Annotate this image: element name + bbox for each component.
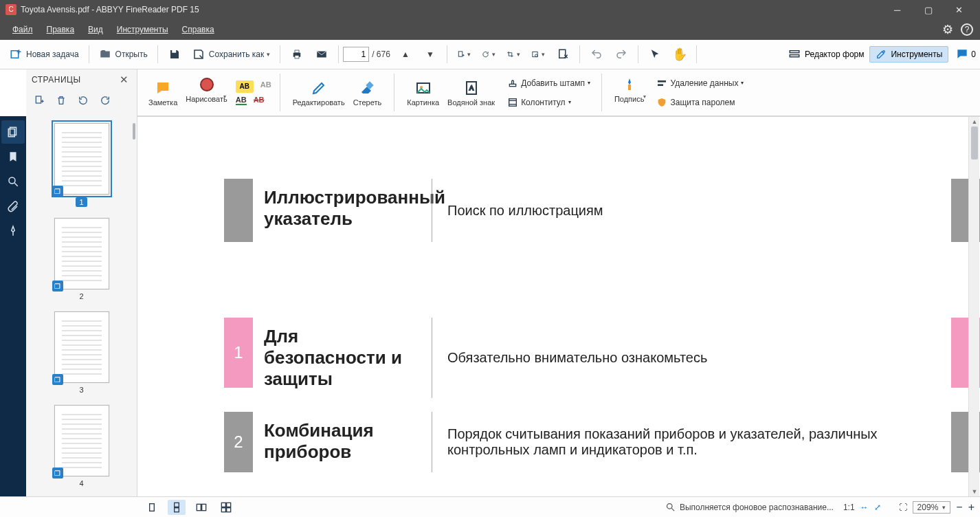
- pointer-tool[interactable]: [644, 43, 666, 65]
- svg-rect-40: [175, 507, 179, 512]
- scrollbar-thumb[interactable]: [971, 126, 978, 160]
- menu-edit[interactable]: Правка: [41, 22, 80, 37]
- zoom-select[interactable]: 209%: [913, 501, 951, 514]
- pointer-icon: [649, 48, 661, 60]
- rotate-right-icon[interactable]: [99, 94, 111, 107]
- rail-bookmarks[interactable]: [1, 145, 25, 168]
- scroll-up-icon[interactable]: ▲: [969, 117, 980, 126]
- svg-point-18: [201, 78, 213, 91]
- crop-button[interactable]: [502, 43, 524, 65]
- rail-attachments[interactable]: [1, 195, 25, 218]
- delete-page-button[interactable]: [552, 43, 574, 65]
- panel-scrollbar[interactable]: [133, 123, 135, 140]
- watermark-icon: A: [463, 79, 480, 97]
- page-number-input[interactable]: [343, 47, 369, 62]
- page-thumbnail[interactable]: ❐ 1: [26, 123, 137, 207]
- view-continuous[interactable]: [168, 500, 186, 515]
- fit-page-button[interactable]: ⤢: [874, 503, 881, 512]
- add-page-button[interactable]: [453, 43, 475, 65]
- draw-tool[interactable]: Нарисовать ▾: [181, 74, 231, 111]
- open-button[interactable]: Открыть: [95, 45, 152, 63]
- toc-row: 2 Комбинация приборов Порядок считывания…: [137, 412, 980, 472]
- save-icon: [168, 48, 181, 60]
- email-button[interactable]: [311, 43, 333, 65]
- view-two-page[interactable]: [192, 500, 210, 515]
- undo-button[interactable]: [586, 43, 608, 65]
- underline-tool[interactable]: AB: [236, 96, 247, 105]
- prev-page-button[interactable]: ▲: [394, 43, 416, 65]
- forms-icon: [788, 48, 801, 60]
- help-icon[interactable]: ?: [961, 23, 973, 36]
- menu-help[interactable]: Справка: [177, 22, 220, 37]
- svg-rect-5: [295, 56, 299, 59]
- image-tool[interactable]: Картинка: [403, 78, 443, 108]
- comments-button[interactable]: 0: [955, 47, 976, 61]
- rotate-left-icon[interactable]: [77, 94, 89, 107]
- erase-tool[interactable]: Стереть: [349, 78, 386, 108]
- save-button[interactable]: [164, 43, 186, 65]
- highlight2-tool[interactable]: AB: [260, 80, 271, 93]
- chevron-down-icon: ▾: [741, 80, 744, 86]
- add-stamp-tool[interactable]: Добавить штамп ▾: [504, 76, 593, 90]
- watermark-tool[interactable]: A Водяной знак: [443, 78, 499, 108]
- rail-pages[interactable]: [1, 120, 25, 144]
- page-thumbnail[interactable]: ❐ 4: [26, 405, 137, 487]
- svg-point-36: [9, 177, 15, 184]
- watermark-label: Водяной знак: [447, 98, 495, 107]
- minimize-button[interactable]: ─: [882, 0, 913, 19]
- zoom-out-button[interactable]: −: [956, 501, 962, 514]
- header-footer-tool[interactable]: Колонтитул ▾: [504, 96, 593, 109]
- new-task-button[interactable]: Новая задача: [5, 45, 83, 63]
- tools-panel-toggle[interactable]: Инструменты: [869, 46, 948, 63]
- scroll-down-icon[interactable]: ▼: [969, 487, 980, 496]
- view-single-page[interactable]: [143, 500, 161, 515]
- next-page-button[interactable]: ▼: [419, 43, 441, 65]
- document-viewport: Иллюстрированный указатель Поиск по иллю…: [137, 116, 980, 496]
- fit-width-button[interactable]: ↔: [860, 503, 869, 512]
- menu-view[interactable]: Вид: [82, 22, 109, 37]
- close-button[interactable]: ✕: [944, 0, 975, 19]
- highlight-tool[interactable]: AB: [236, 80, 254, 93]
- rotate-button[interactable]: [478, 43, 500, 65]
- fullscreen-button[interactable]: ⛶: [899, 503, 907, 512]
- zoom-ratio-label[interactable]: 1:1: [843, 503, 855, 512]
- stamp-icon: [507, 78, 518, 89]
- comments-count: 0: [971, 50, 976, 59]
- close-panel-button[interactable]: ✕: [117, 74, 131, 86]
- zoom-in-button[interactable]: +: [968, 501, 975, 514]
- undo-icon: [590, 48, 603, 60]
- view-two-continuous[interactable]: [217, 500, 235, 515]
- maximize-button[interactable]: ▢: [913, 0, 944, 19]
- forms-editor-button[interactable]: Редактор форм: [783, 45, 869, 63]
- signature-tool[interactable]: Подпись ▾: [610, 74, 649, 111]
- vertical-scrollbar[interactable]: ▲ ▼: [968, 117, 979, 496]
- document-scroll[interactable]: Иллюстрированный указатель Поиск по иллю…: [137, 116, 980, 496]
- redact-tool[interactable]: Удаление данных ▾: [654, 76, 746, 90]
- trash-icon[interactable]: [55, 94, 67, 107]
- pages-stack-icon: ❐: [52, 280, 63, 292]
- settings-icon[interactable]: ⚙: [939, 21, 957, 38]
- rail-signatures[interactable]: [1, 219, 25, 243]
- add-page-icon[interactable]: [33, 94, 45, 107]
- strikeout-tool[interactable]: AB: [254, 96, 265, 105]
- svg-rect-25: [509, 98, 517, 106]
- note-tool[interactable]: Заметка: [144, 78, 181, 108]
- redact-icon: [656, 78, 667, 89]
- section-desc: Порядок считывания показаний приборов и …: [432, 412, 951, 472]
- menu-tools[interactable]: Инструменты: [111, 22, 174, 37]
- underline-icon: AB: [236, 96, 247, 104]
- protect-tool[interactable]: Защита паролем: [654, 96, 746, 109]
- rail-search[interactable]: [1, 170, 25, 193]
- page-thumbnail[interactable]: ❐ 2: [26, 218, 137, 300]
- redo-button[interactable]: [610, 43, 632, 65]
- thumbnail-list[interactable]: ❐ 1 ❐ 2 ❐ 3 ❐ 4: [26, 116, 137, 496]
- pages-panel: ❐ 1 ❐ 2 ❐ 3 ❐ 4: [26, 116, 137, 496]
- menu-file[interactable]: Файл: [7, 22, 38, 37]
- save-as-button[interactable]: Сохранить как: [188, 45, 274, 63]
- ocr-button[interactable]: [527, 43, 549, 65]
- search-icon: [7, 175, 19, 188]
- print-button[interactable]: [286, 43, 308, 65]
- hand-tool[interactable]: ✋: [669, 43, 691, 65]
- edit-tool[interactable]: Редактировать: [289, 78, 349, 108]
- page-thumbnail[interactable]: ❐ 3: [26, 311, 137, 394]
